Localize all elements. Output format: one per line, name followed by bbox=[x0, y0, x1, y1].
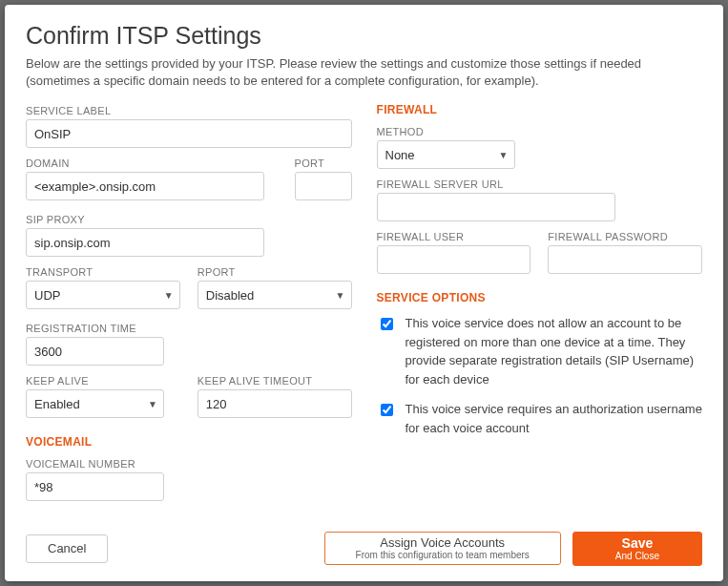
assign-voice-accounts-button[interactable]: Assign Voice Accounts From this configur… bbox=[324, 532, 561, 565]
option-single-device-text: This voice service does not allow an acc… bbox=[406, 314, 703, 388]
domain-input[interactable] bbox=[26, 172, 264, 200]
columns: SERVICE LABEL DOMAIN PORT SIP PROXY bbox=[26, 99, 702, 517]
firewall-password-input[interactable] bbox=[548, 245, 702, 274]
transport-label: TRANSPORT bbox=[26, 261, 180, 281]
page-title: Confirm ITSP Settings bbox=[26, 22, 702, 50]
firewall-section-header: FIREWALL bbox=[377, 99, 703, 120]
option-auth-username-text: This voice service requires an authoriza… bbox=[406, 400, 703, 437]
assign-button-title: Assign Voice Accounts bbox=[380, 536, 505, 550]
firewall-user-input[interactable] bbox=[377, 245, 531, 274]
page-description: Below are the settings provided by your … bbox=[26, 55, 702, 90]
option-single-device[interactable]: This voice service does not allow an acc… bbox=[377, 308, 703, 394]
left-column: SERVICE LABEL DOMAIN PORT SIP PROXY bbox=[26, 99, 352, 517]
caret-down-icon: ▼ bbox=[499, 150, 509, 160]
firewall-user-label: FIREWALL USER bbox=[377, 225, 531, 245]
method-select[interactable]: None ▼ bbox=[377, 140, 515, 169]
service-label-input[interactable] bbox=[26, 119, 352, 148]
save-button-title: Save bbox=[622, 536, 654, 551]
transport-value: UDP bbox=[34, 288, 60, 303]
save-button[interactable]: Save And Close bbox=[572, 532, 702, 566]
keep-alive-value: Enabled bbox=[34, 397, 80, 411]
rport-label: RPORT bbox=[198, 261, 352, 281]
port-input[interactable] bbox=[295, 172, 352, 200]
registration-time-input[interactable] bbox=[26, 337, 164, 366]
rport-select[interactable]: Disabled ▼ bbox=[198, 281, 352, 309]
right-column: FIREWALL METHOD None ▼ FIREWALL SERVER U… bbox=[377, 99, 703, 517]
keep-alive-timeout-label: KEEP ALIVE TIMEOUT bbox=[198, 369, 352, 389]
keep-alive-select[interactable]: Enabled ▼ bbox=[26, 389, 164, 418]
sip-proxy-input[interactable] bbox=[26, 228, 264, 257]
option-auth-username-checkbox[interactable] bbox=[381, 404, 393, 416]
domain-label: DOMAIN bbox=[26, 152, 278, 172]
firewall-server-url-label: FIREWALL SERVER URL bbox=[377, 173, 703, 193]
transport-select[interactable]: UDP ▼ bbox=[26, 281, 180, 309]
port-label: PORT bbox=[295, 152, 352, 172]
assign-button-sub: From this configuration to team members bbox=[356, 550, 530, 560]
keep-alive-timeout-input[interactable] bbox=[198, 389, 352, 418]
method-value: None bbox=[385, 148, 415, 162]
option-auth-username[interactable]: This voice service requires an authoriza… bbox=[377, 394, 703, 443]
cancel-button[interactable]: Cancel bbox=[26, 534, 108, 563]
sip-proxy-label: SIP PROXY bbox=[26, 208, 352, 228]
caret-down-icon: ▼ bbox=[148, 399, 157, 409]
service-label-label: SERVICE LABEL bbox=[26, 99, 352, 119]
firewall-password-label: FIREWALL PASSWORD bbox=[548, 225, 702, 245]
dialog-footer: Cancel Assign Voice Accounts From this c… bbox=[26, 518, 702, 566]
option-single-device-checkbox[interactable] bbox=[381, 318, 393, 330]
service-options-section-header: SERVICE OPTIONS bbox=[377, 282, 703, 308]
rport-value: Disabled bbox=[206, 288, 255, 303]
registration-time-label: REGISTRATION TIME bbox=[26, 317, 352, 337]
save-button-sub: And Close bbox=[615, 551, 659, 561]
voicemail-section-header: VOICEMAIL bbox=[26, 426, 352, 452]
firewall-server-url-input[interactable] bbox=[377, 193, 615, 221]
method-label: METHOD bbox=[377, 120, 703, 140]
itsp-settings-dialog: Confirm ITSP Settings Below are the sett… bbox=[5, 5, 723, 581]
caret-down-icon: ▼ bbox=[164, 290, 174, 301]
keep-alive-label: KEEP ALIVE bbox=[26, 369, 180, 389]
caret-down-icon: ▼ bbox=[336, 290, 345, 301]
voicemail-number-input[interactable] bbox=[26, 472, 164, 501]
voicemail-number-label: VOICEMAIL NUMBER bbox=[26, 452, 352, 472]
